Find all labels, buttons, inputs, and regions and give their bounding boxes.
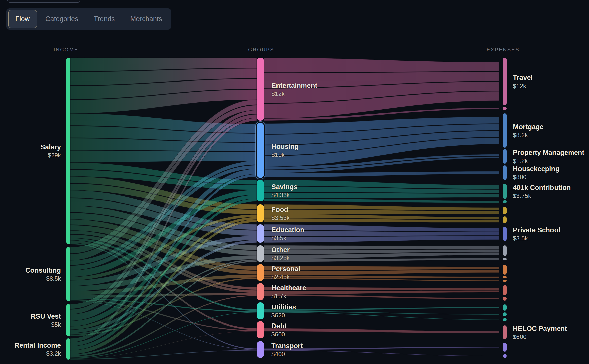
- flow-ribbon-personal-personal_3[interactable]: [264, 278, 499, 281]
- sankey-node-personal_1[interactable]: [503, 265, 507, 275]
- flow-ribbon-personal-personal_2[interactable]: [264, 276, 499, 278]
- sankey-node-heloc[interactable]: [503, 325, 507, 339]
- flow-ribbon-education-private_school[interactable]: [264, 224, 499, 232]
- sankey-node-other_1[interactable]: [503, 245, 507, 256]
- flow-ribbon-food-food_1[interactable]: [264, 204, 499, 210]
- sankey-node-travel[interactable]: [503, 58, 507, 105]
- sankey-node-personal[interactable]: [257, 264, 264, 281]
- sankey-diagram: Salary$29kConsulting$8.5kRSU Vest$5kRent…: [0, 0, 589, 364]
- flow-ribbon-healthcare-health_1[interactable]: [264, 290, 499, 294]
- sankey-node-transport_1[interactable]: [503, 343, 507, 352]
- sankey-node-health_1[interactable]: [503, 285, 507, 295]
- sankey-node-food_2[interactable]: [503, 216, 507, 223]
- sankey-node-property_mgmt[interactable]: [503, 149, 507, 164]
- flow-ribbon-savings-savings_misc[interactable]: [264, 198, 499, 203]
- flow-ribbon-healthcare-health_2[interactable]: [264, 294, 499, 299]
- sankey-node-transport_2[interactable]: [503, 354, 507, 358]
- sankey-node-transport[interactable]: [257, 341, 264, 358]
- sankey-node-util_1[interactable]: [503, 304, 507, 311]
- sankey-node-k401[interactable]: [503, 184, 507, 199]
- sankey-node-travel_misc[interactable]: [503, 107, 507, 110]
- sankey-node-other_2[interactable]: [503, 258, 507, 260]
- sankey-node-personal_3[interactable]: [503, 280, 507, 282]
- sankey-node-salary[interactable]: [66, 58, 70, 244]
- sankey-node-rental_income[interactable]: [66, 338, 70, 360]
- sankey-node-util_2[interactable]: [503, 312, 507, 316]
- sankey-node-utilities[interactable]: [257, 302, 264, 319]
- sankey-ribbons: [0, 0, 589, 364]
- sankey-node-food[interactable]: [257, 204, 264, 222]
- sankey-node-housekeeping[interactable]: [503, 165, 507, 180]
- flow-ribbon-salary-housing[interactable]: [70, 150, 257, 162]
- flow-ribbon-debt-heloc[interactable]: [264, 328, 499, 333]
- sankey-node-housing[interactable]: [257, 123, 264, 178]
- sankey-node-rsu_vest[interactable]: [66, 304, 70, 336]
- flow-visualization-page: Flow Categories Trends Merchants INCOME …: [0, 0, 589, 364]
- sankey-node-savings[interactable]: [257, 180, 264, 201]
- sankey-node-education[interactable]: [257, 224, 264, 243]
- sankey-node-health_2[interactable]: [503, 297, 507, 301]
- sankey-node-util_3[interactable]: [503, 318, 507, 321]
- flow-ribbon-healthcare-health_1[interactable]: [264, 287, 499, 290]
- flow-ribbon-transport-transport_2[interactable]: [264, 350, 499, 356]
- sankey-node-consulting[interactable]: [66, 247, 70, 301]
- flow-ribbon-transport-transport_1[interactable]: [264, 347, 499, 350]
- sankey-node-other[interactable]: [257, 245, 264, 262]
- flow-ribbon-personal-personal_1[interactable]: [264, 270, 499, 275]
- sankey-node-personal_2[interactable]: [503, 276, 507, 278]
- sankey-node-entertainment[interactable]: [257, 58, 264, 121]
- sankey-node-healthcare[interactable]: [257, 283, 264, 300]
- sankey-node-private_school[interactable]: [503, 227, 507, 241]
- sankey-node-debt[interactable]: [257, 321, 264, 338]
- flow-ribbon-savings-k401[interactable]: [264, 193, 499, 199]
- sankey-node-savings_misc[interactable]: [503, 200, 507, 203]
- sankey-node-mortgage[interactable]: [503, 113, 507, 148]
- flow-ribbon-entertainment-travel[interactable]: [264, 58, 499, 72]
- flow-ribbon-personal-personal_1[interactable]: [264, 266, 499, 271]
- flow-ribbon-other-other_1[interactable]: [264, 245, 499, 250]
- sankey-node-food_1[interactable]: [503, 207, 507, 214]
- flow-ribbon-education-private_school[interactable]: [264, 236, 499, 243]
- flow-ribbon-utilities-util_1[interactable]: [264, 307, 499, 311]
